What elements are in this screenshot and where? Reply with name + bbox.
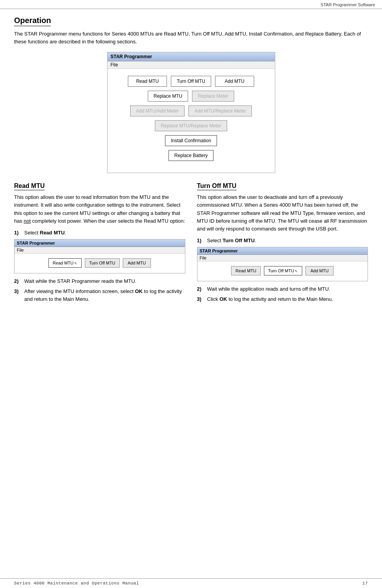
turn-off-mtu-small-window-body: Read MTU Turn Off MTU↖ Add MTU xyxy=(197,261,368,281)
replace-mtu-replace-meter-button[interactable]: Replace MTU/Replace Meter xyxy=(155,120,227,131)
replace-battery-button[interactable]: Replace Battery xyxy=(169,150,213,161)
button-row-2: Replace MTU Replace Meter xyxy=(115,91,267,102)
turn-off-mtu-small-btn-row: Read MTU Turn Off MTU↖ Add MTU xyxy=(202,266,363,275)
install-confirmation-button[interactable]: Install Confirmation xyxy=(165,135,217,146)
read-mtu-heading: Read MTU xyxy=(14,182,45,190)
read-mtu-step-2: 2) Wait while the STAR Programmer reads … xyxy=(14,277,185,285)
read-mtu-step-1: 1) Select Read MTU. xyxy=(14,229,185,237)
main-window-body: Read MTU Turn Off MTU Add MTU Replace MT… xyxy=(108,69,275,173)
button-row-3: Add MTU/Add Meter Add MTU/Replace Meter xyxy=(115,105,267,116)
turn-off-mtu-small-window-title: STAR Programmer xyxy=(197,247,368,255)
button-row-5: Install Confirmation xyxy=(115,135,267,146)
read-mtu-description: This option allows the user to read info… xyxy=(14,193,185,225)
turn-off-mtu-file-menu[interactable]: File xyxy=(200,256,207,260)
add-mtu-button[interactable]: Add MTU xyxy=(215,76,254,87)
read-mtu-small-btn-row: Read MTU↖ Turn Off MTU Add MTU xyxy=(19,258,180,268)
small-turn-off-mtu-button[interactable]: Turn Off MTU xyxy=(85,258,120,268)
footer-right: 17 xyxy=(362,581,368,586)
small-add-mtu-button-2[interactable]: Add MTU xyxy=(305,266,334,275)
read-mtu-small-window: STAR Programmer File Read MTU↖ Turn Off … xyxy=(14,239,185,273)
turn-off-mtu-small-window-menu[interactable]: File xyxy=(197,255,368,261)
turn-off-mtu-step-3: 3) Click OK to log the activity and retu… xyxy=(197,295,368,303)
intro-text: The STAR Programmer menu functions for S… xyxy=(14,30,368,46)
turn-off-mtu-step-1: 1) Select Turn Off MTU. xyxy=(197,237,368,245)
button-row-4: Replace MTU/Replace Meter xyxy=(115,120,267,131)
turn-off-mtu-button[interactable]: Turn Off MTU xyxy=(171,76,211,87)
replace-mtu-button[interactable]: Replace MTU xyxy=(148,91,188,102)
turn-off-mtu-steps-2: 2) Wait while the application reads and … xyxy=(197,285,368,303)
read-mtu-steps-2: 2) Wait while the STAR Programmer reads … xyxy=(14,277,185,303)
small-turn-off-mtu-button-2[interactable]: Turn Off MTU↖ xyxy=(264,266,303,275)
footer-left: Series 4000 Maintenance and Operations M… xyxy=(14,581,139,586)
read-mtu-step-3: 3) After viewing the MTU information scr… xyxy=(14,288,185,303)
button-row-1: Read MTU Turn Off MTU Add MTU xyxy=(115,76,267,87)
small-add-mtu-button[interactable]: Add MTU xyxy=(123,258,151,268)
main-content: Operation The STAR Programmer menu funct… xyxy=(0,9,382,309)
replace-meter-button[interactable]: Replace Meter xyxy=(192,91,234,102)
main-window-menu[interactable]: File xyxy=(108,61,275,69)
read-mtu-small-window-menu[interactable]: File xyxy=(14,247,185,254)
main-star-window: STAR Programmer File Read MTU Turn Off M… xyxy=(107,52,275,173)
page-footer: Series 4000 Maintenance and Operations M… xyxy=(0,578,382,588)
turn-off-mtu-section: Turn Off MTU This option allows the user… xyxy=(197,182,368,306)
button-row-6: Replace Battery xyxy=(115,150,267,161)
read-mtu-file-menu[interactable]: File xyxy=(17,248,24,252)
read-mtu-steps: 1) Select Read MTU. xyxy=(14,229,185,237)
read-mtu-small-window-title: STAR Programmer xyxy=(14,239,185,247)
turn-off-mtu-description: This option allows the user to deactivat… xyxy=(197,193,368,233)
turn-off-mtu-step-2: 2) Wait while the application reads and … xyxy=(197,285,368,293)
add-mtu-add-meter-button[interactable]: Add MTU/Add Meter xyxy=(130,105,185,116)
add-mtu-replace-meter-button[interactable]: Add MTU/Replace Meter xyxy=(188,105,252,116)
small-read-mtu-button-2[interactable]: Read MTU xyxy=(231,266,260,275)
header-title: STAR Programmer Software xyxy=(321,2,375,7)
page-header: STAR Programmer Software xyxy=(0,0,382,9)
file-menu-item[interactable]: File xyxy=(111,62,118,68)
turn-off-mtu-heading: Turn Off MTU xyxy=(197,182,237,190)
operation-heading: Operation xyxy=(14,16,51,26)
main-window-title: STAR Programmer xyxy=(108,52,275,61)
turn-off-mtu-small-window: STAR Programmer File Read MTU Turn Off M… xyxy=(197,247,368,281)
read-mtu-small-window-body: Read MTU↖ Turn Off MTU Add MTU xyxy=(14,254,185,273)
read-mtu-button[interactable]: Read MTU xyxy=(128,76,167,87)
two-column-section: Read MTU This option allows the user to … xyxy=(14,182,368,306)
turn-off-mtu-steps: 1) Select Turn Off MTU. xyxy=(197,237,368,245)
read-mtu-section: Read MTU This option allows the user to … xyxy=(14,182,185,306)
small-read-mtu-button[interactable]: Read MTU↖ xyxy=(48,258,82,268)
